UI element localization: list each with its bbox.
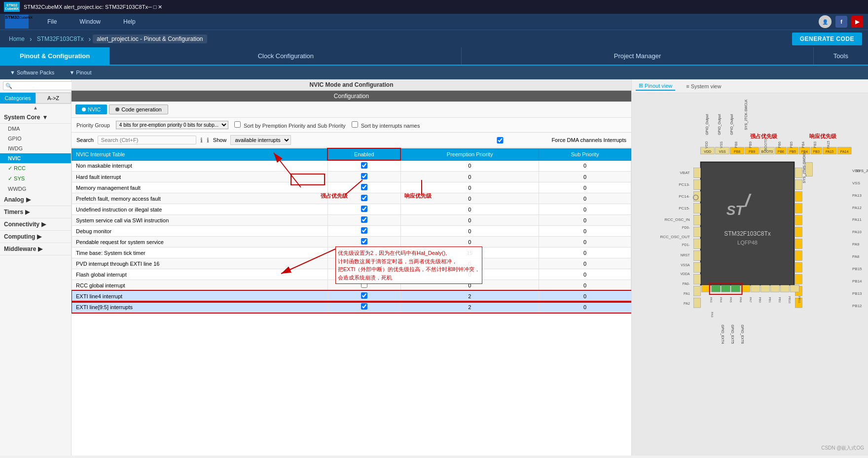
sub-priority[interactable]: 0 <box>539 193 631 204</box>
sub-priority[interactable]: 0 <box>539 269 631 280</box>
nvic-search-input[interactable] <box>98 136 196 144</box>
breadcrumb-home[interactable]: Home <box>6 35 28 43</box>
menu-file[interactable]: File <box>43 16 61 27</box>
preemption-priority[interactable]: 0 <box>400 215 539 226</box>
preemption-priority[interactable]: 0 <box>400 193 539 204</box>
table-row[interactable]: System service call via SWI instruction0… <box>72 215 631 226</box>
interrupt-enabled[interactable] <box>327 193 400 204</box>
table-row[interactable]: PVD interrupt through EXTI line 1600 <box>72 258 631 269</box>
sub-priority[interactable]: 0 <box>539 226 631 237</box>
preemption-priority[interactable]: 0 <box>400 269 539 280</box>
sidebar-tab-categories[interactable]: Categories <box>0 93 36 104</box>
search-info-icon2[interactable]: ℹ <box>207 137 209 144</box>
preemption-priority[interactable]: 0 <box>400 226 539 237</box>
facebook-icon[interactable]: f <box>835 16 847 28</box>
breadcrumb-file[interactable]: alert_project.ioc - Pinout & Configurati… <box>93 35 207 43</box>
table-row[interactable]: Debug monitor00 <box>72 226 631 237</box>
tab-clock[interactable]: Clock Configuration <box>110 47 462 65</box>
enabled-checkbox[interactable] <box>361 238 367 245</box>
table-row[interactable]: EXTI line[9:5] interrupts20 <box>72 302 631 313</box>
sort-interrupts-checkbox[interactable] <box>352 121 358 128</box>
sidebar-section-analog[interactable]: Analog ▶ <box>0 194 71 206</box>
table-row[interactable]: Non maskable interrupt00 <box>72 160 631 172</box>
interrupt-enabled[interactable] <box>327 302 400 313</box>
enabled-checkbox[interactable] <box>361 184 367 190</box>
enabled-checkbox[interactable] <box>361 206 367 212</box>
enabled-checkbox[interactable] <box>361 162 367 169</box>
sidebar-section-connectivity[interactable]: Connectivity ▶ <box>0 218 71 231</box>
sort-premption-checkbox[interactable] <box>234 121 241 128</box>
sidebar-item-rcc[interactable]: ✓ RCC <box>0 163 71 174</box>
breadcrumb-mcu[interactable]: STM32F103C8Tx <box>34 35 87 43</box>
interrupt-enabled[interactable] <box>327 237 400 247</box>
priority-group-select[interactable]: 4 bits for pre-emption priority 0 bits f… <box>116 121 228 129</box>
interrupt-enabled[interactable] <box>327 291 400 302</box>
preemption-priority[interactable]: 0 <box>400 204 539 215</box>
sidebar-item-gpio[interactable]: GPIO <box>0 134 71 143</box>
tab-pinout-view[interactable]: ⊞ Pinout view <box>636 81 675 91</box>
sub-priority[interactable]: 0 <box>539 172 631 182</box>
sub-priority[interactable]: 0 <box>539 204 631 215</box>
preemption-priority[interactable]: 0 <box>400 172 539 182</box>
interrupt-enabled[interactable] <box>327 269 400 280</box>
sub-priority[interactable]: 0 <box>539 302 631 313</box>
interrupt-enabled[interactable] <box>327 160 400 172</box>
interrupt-enabled[interactable] <box>327 280 400 291</box>
interrupt-enabled[interactable] <box>327 258 400 269</box>
preemption-priority[interactable]: 2 <box>400 302 539 313</box>
sub-priority[interactable]: 0 <box>539 237 631 247</box>
sidebar-item-nvic[interactable]: NVIC <box>0 153 71 163</box>
sidebar-search-input[interactable] <box>3 81 76 90</box>
enabled-checkbox[interactable] <box>361 249 367 255</box>
sub-priority[interactable]: 0 <box>539 247 631 258</box>
nvic-tab-codegen[interactable]: Code generation <box>109 105 168 114</box>
sub-priority[interactable]: 0 <box>539 160 631 172</box>
tab-pinout[interactable]: Pinout & Configuration <box>0 47 110 65</box>
sidebar-section-computing[interactable]: Computing ▶ <box>0 231 71 243</box>
enabled-checkbox[interactable] <box>361 282 367 288</box>
sidebar-section-middleware[interactable]: Middleware ▶ <box>0 243 71 255</box>
enabled-checkbox[interactable] <box>361 260 367 266</box>
sidebar-scroll-up[interactable]: ▲ <box>0 104 71 111</box>
enabled-checkbox[interactable] <box>361 173 367 179</box>
table-row[interactable]: Undefined instruction or illegal state00 <box>72 204 631 215</box>
sub-priority[interactable]: 0 <box>539 215 631 226</box>
table-row[interactable]: Memory management fault00 <box>72 182 631 193</box>
force-dma-checkbox[interactable] <box>451 137 549 143</box>
sidebar-tab-az[interactable]: A->Z <box>36 93 71 104</box>
sidebar-item-dma[interactable]: DMA <box>0 124 71 134</box>
preemption-priority[interactable]: 0 <box>400 182 539 193</box>
enabled-checkbox[interactable] <box>361 227 367 234</box>
sub-menu-pinout[interactable]: ▼ Pinout <box>69 70 91 75</box>
tab-project[interactable]: Project Manager <box>462 47 813 65</box>
interrupt-enabled[interactable] <box>327 247 400 258</box>
preemption-priority[interactable]: 15 <box>400 247 539 258</box>
sub-menu-software-packs[interactable]: ▼ Software Packs <box>10 70 54 75</box>
menu-window[interactable]: Window <box>75 16 105 27</box>
table-row[interactable]: EXTI line4 interrupt20 <box>72 291 631 302</box>
preemption-priority[interactable]: 0 <box>400 237 539 247</box>
sidebar-item-iwdg[interactable]: IWDG <box>0 143 71 153</box>
interrupt-enabled[interactable] <box>327 226 400 237</box>
search-info-icon[interactable]: ℹ <box>200 137 203 144</box>
table-row[interactable]: Hard fault interrupt00 <box>72 172 631 182</box>
menu-help[interactable]: Help <box>119 16 140 27</box>
enabled-checkbox[interactable] <box>361 271 367 277</box>
interrupt-enabled[interactable] <box>327 204 400 215</box>
sub-priority[interactable]: 0 <box>539 291 631 302</box>
table-row[interactable]: RCC global interrupt00 <box>72 280 631 291</box>
generate-code-button[interactable]: GENERATE CODE <box>792 33 862 45</box>
preemption-priority[interactable]: 0 <box>400 280 539 291</box>
sub-priority[interactable]: 0 <box>539 258 631 269</box>
interrupt-enabled[interactable] <box>327 215 400 226</box>
sub-priority[interactable]: 0 <box>539 182 631 193</box>
table-row[interactable]: Flash global interrupt00 <box>72 269 631 280</box>
tab-tools[interactable]: Tools <box>814 47 868 65</box>
interrupt-enabled[interactable] <box>327 182 400 193</box>
enabled-checkbox[interactable] <box>361 195 367 201</box>
nvic-tab-nvic[interactable]: NVIC <box>75 105 107 114</box>
interrupt-enabled[interactable] <box>327 172 400 182</box>
sidebar-section-timers[interactable]: Timers ▶ <box>0 206 71 218</box>
enabled-checkbox[interactable] <box>361 216 367 223</box>
show-select[interactable]: available interrupts <box>230 135 291 145</box>
